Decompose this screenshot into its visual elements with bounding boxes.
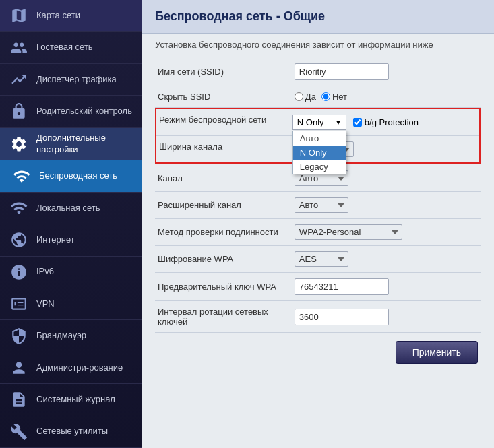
rotation-row: Интервал ротации сетевых ключей	[155, 301, 481, 333]
mode-selected-value: N Only	[297, 117, 324, 127]
encryption-row: Шифрование WPA AES	[155, 246, 481, 273]
hide-ssid-label: Скрыть SSID	[155, 86, 292, 108]
sidebar-item-ipv6-label: IPv6	[36, 266, 54, 278]
ssid-row: Имя сети (SSID)	[155, 58, 481, 86]
bg-protection-wrapper: b/g Protection	[353, 117, 419, 127]
sidebar-item-ipv6[interactable]: IPv6	[0, 257, 142, 288]
hide-ssid-yes-label[interactable]: Да	[295, 92, 316, 102]
internet-icon	[8, 229, 30, 251]
apply-row: Применить	[155, 333, 481, 364]
ext-channel-value-cell: Авто	[292, 192, 481, 219]
settings-icon	[8, 133, 30, 155]
auth-select[interactable]: WPA2-Personal	[295, 224, 402, 240]
hide-ssid-radio-group: Да Нет	[295, 92, 478, 102]
ipv6-icon	[8, 261, 30, 283]
ext-channel-select[interactable]: Авто	[295, 197, 348, 213]
mode-dropdown-container: N Only ▼ Авто N Only Legacy	[292, 115, 346, 130]
ssid-value-cell	[292, 58, 481, 86]
syslog-icon	[8, 389, 30, 410]
sidebar-item-firewall-label: Брандмауэр	[36, 330, 86, 342]
hide-ssid-yes-radio[interactable]	[295, 92, 303, 101]
page-subtitle: Установка беспроводного соединения завис…	[142, 34, 494, 58]
map-icon	[8, 5, 30, 26]
bg-protection-checkbox[interactable]	[353, 118, 362, 127]
wifi-icon	[11, 166, 32, 187]
vpn-icon	[8, 293, 30, 315]
mode-option-nonly[interactable]: N Only	[293, 146, 346, 160]
lan-icon	[8, 197, 30, 219]
settings-table-2: Канал Авто Расширенный канал Авто	[155, 165, 481, 333]
sidebar-item-netutils[interactable]: Сетевые утилиты	[0, 416, 142, 448]
sidebar-item-firewall[interactable]: Брандмауэр	[0, 320, 142, 352]
hide-ssid-value-cell: Да Нет	[292, 86, 481, 108]
sidebar-item-wireless-label: Беспроводная сеть	[39, 170, 117, 182]
guest-icon	[8, 37, 30, 59]
highlighted-section: Режим беспроводной сети N Only ▼ Авто N …	[155, 108, 481, 164]
sidebar-item-syslog[interactable]: Системный журнал	[0, 384, 142, 416]
channel-label: Канал	[155, 165, 292, 192]
hide-ssid-no-label[interactable]: Нет	[321, 92, 347, 102]
netutils-icon	[8, 421, 30, 443]
sidebar-item-map[interactable]: Карта сети	[0, 0, 142, 32]
sidebar: Карта сети Гостевая сеть Диспетчер трафи…	[0, 0, 142, 448]
psk-row: Предварительный ключ WPA	[155, 273, 481, 301]
settings-table: Имя сети (SSID) Скрыть SSID Да	[155, 58, 481, 108]
mode-option-legacy[interactable]: Legacy	[293, 160, 346, 174]
sidebar-item-advanced[interactable]: Дополнительные настройки	[0, 128, 142, 161]
admin-icon	[8, 357, 30, 379]
mode-value-cell: N Only ▼ Авто N Only Legacy b/g Protecti…	[292, 115, 476, 130]
ssid-label: Имя сети (SSID)	[155, 58, 292, 86]
sidebar-item-guest[interactable]: Гостевая сеть	[0, 32, 142, 63]
page-title: Беспроводная сеть - Общие	[142, 0, 494, 34]
ext-channel-row: Расширенный канал Авто	[155, 192, 481, 219]
sidebar-item-guest-label: Гостевая сеть	[36, 42, 93, 53]
hide-ssid-row: Скрыть SSID Да Нет	[155, 86, 481, 108]
sidebar-item-internet-label: Интернет	[36, 234, 75, 246]
auth-label: Метод проверки подлинности	[155, 219, 292, 246]
rotation-input[interactable]	[295, 309, 389, 325]
traffic-icon	[8, 69, 30, 90]
sidebar-item-admin[interactable]: Администри-рование	[0, 352, 142, 384]
auth-value-cell: WPA2-Personal	[292, 219, 481, 246]
mode-select-display[interactable]: N Only ▼	[292, 115, 346, 130]
mode-label: Режим беспроводной сети	[159, 115, 292, 125]
auth-row: Метод проверки подлинности WPA2-Personal	[155, 219, 481, 246]
sidebar-item-map-label: Карта сети	[36, 10, 80, 22]
rotation-value-cell	[292, 301, 481, 333]
encryption-label: Шифрование WPA	[155, 246, 292, 273]
lock-icon	[8, 100, 30, 122]
psk-value-cell	[292, 273, 481, 301]
mode-row: Режим беспроводной сети N Only ▼ Авто N …	[156, 109, 479, 136]
apply-button[interactable]: Применить	[396, 341, 478, 364]
sidebar-item-admin-label: Администри-рование	[36, 362, 123, 374]
sidebar-item-vpn[interactable]: VPN	[0, 288, 142, 320]
main-content: Беспроводная сеть - Общие Установка бесп…	[142, 0, 494, 448]
sidebar-item-lan-label: Локальная сеть	[36, 203, 100, 214]
mode-dropdown-arrow: ▼	[335, 119, 342, 126]
sidebar-item-netutils-label: Сетевые утилиты	[36, 426, 108, 437]
hide-ssid-no-radio[interactable]	[321, 92, 330, 101]
sidebar-item-advanced-label: Дополнительные настройки	[36, 133, 133, 156]
mode-option-auto[interactable]: Авто	[293, 131, 346, 146]
encryption-value-cell: AES	[292, 246, 481, 273]
rotation-label: Интервал ротации сетевых ключей	[155, 301, 292, 333]
encryption-select[interactable]: AES	[295, 251, 348, 267]
mode-dropdown-menu: Авто N Only Legacy	[292, 131, 346, 174]
psk-input[interactable]	[295, 278, 389, 295]
ssid-input[interactable]	[295, 63, 389, 80]
sidebar-item-traffic-label: Диспетчер трафика	[36, 74, 117, 86]
sidebar-item-parental[interactable]: Родительский контроль	[0, 96, 142, 127]
channel-width-label: Ширина канала	[159, 141, 292, 152]
bg-protection-label: b/g Protection	[365, 117, 419, 127]
sidebar-item-lan[interactable]: Локальная сеть	[0, 193, 142, 224]
sidebar-item-parental-label: Родительский контроль	[36, 106, 132, 117]
sidebar-item-vpn-label: VPN	[36, 298, 55, 310]
sidebar-item-internet[interactable]: Интернет	[0, 224, 142, 256]
sidebar-item-traffic[interactable]: Диспетчер трафика	[0, 64, 142, 96]
ext-channel-label: Расширенный канал	[155, 192, 292, 219]
firewall-icon	[8, 325, 30, 347]
sidebar-item-syslog-label: Системный журнал	[36, 394, 115, 406]
sidebar-item-wireless[interactable]: Беспроводная сеть	[0, 160, 142, 192]
psk-label: Предварительный ключ WPA	[155, 273, 292, 301]
form-container: Имя сети (SSID) Скрыть SSID Да	[142, 58, 494, 448]
